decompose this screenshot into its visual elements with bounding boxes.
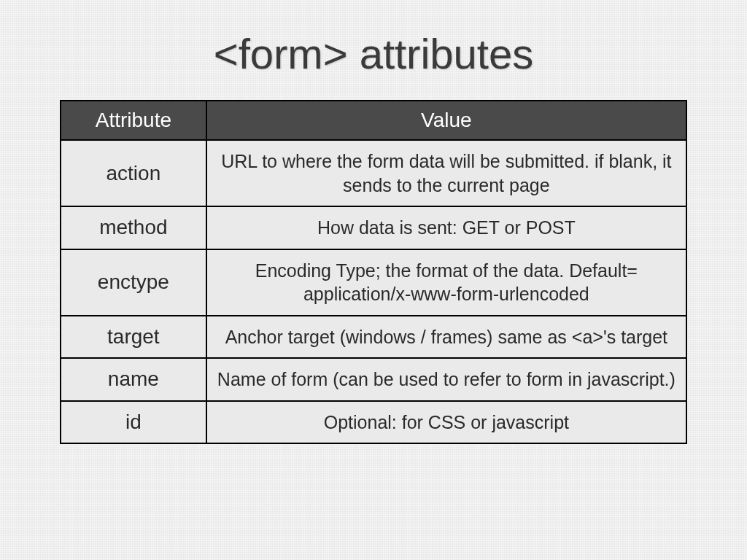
cell-value: Optional: for CSS or javascript (206, 401, 686, 444)
cell-value: Anchor target (windows / frames) same as… (206, 316, 686, 359)
col-header-attribute: Attribute (61, 101, 206, 140)
cell-attr: enctype (61, 249, 206, 316)
table-row: id Optional: for CSS or javascript (61, 401, 686, 444)
cell-value: Encoding Type; the format of the data. D… (206, 249, 686, 316)
cell-value: URL to where the form data will be submi… (206, 140, 686, 206)
cell-value: How data is sent: GET or POST (206, 206, 686, 249)
table-row: enctype Encoding Type; the format of the… (61, 249, 686, 316)
table-row: target Anchor target (windows / frames) … (61, 316, 686, 359)
table-row: method How data is sent: GET or POST (61, 206, 686, 249)
cell-attr: id (61, 401, 206, 444)
attributes-table: Attribute Value action URL to where the … (60, 100, 687, 444)
page-title: <form> attributes (214, 29, 533, 78)
col-header-value: Value (206, 101, 686, 140)
table-row: name Name of form (can be used to refer … (61, 358, 686, 401)
table-header-row: Attribute Value (61, 101, 686, 140)
cell-attr: action (61, 140, 206, 206)
cell-attr: name (61, 358, 206, 401)
cell-value: Name of form (can be used to refer to fo… (206, 358, 686, 401)
cell-attr: target (61, 316, 206, 359)
cell-attr: method (61, 206, 206, 249)
table-row: action URL to where the form data will b… (61, 140, 686, 206)
